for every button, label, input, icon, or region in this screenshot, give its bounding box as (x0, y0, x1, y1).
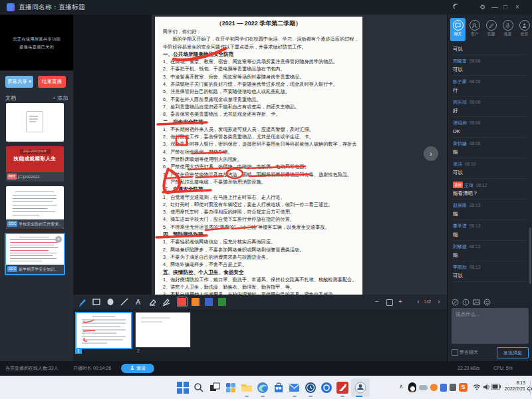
qq-penguin-icon[interactable] (408, 382, 416, 392)
document-title: （2021 — 2022 学年第二学期） (155, 19, 362, 28)
wifi-icon[interactable] (473, 384, 481, 390)
line-tool[interactable] (120, 297, 129, 307)
send-message-button[interactable]: 发送消息 (497, 347, 529, 358)
prev-page-button[interactable]: ‹ (414, 295, 423, 309)
notification-bell-icon[interactable] (527, 384, 532, 392)
start-button-icon[interactable] (176, 380, 190, 395)
add-document-button[interactable]: + 添加 (53, 94, 68, 102)
zoom-out-button[interactable]: − (372, 295, 382, 309)
zoom-in-button[interactable]: + (396, 295, 405, 309)
cloud-icon[interactable] (419, 385, 428, 390)
text-tool[interactable]: A (134, 297, 143, 307)
chat-message: 赵辰雨08:13 能 (452, 200, 526, 220)
image-icon[interactable] (473, 299, 480, 306)
page-thumbnail-2[interactable] (135, 312, 191, 348)
windows-taskbar: ∧ S 8:13 2022/2/21 (0, 376, 532, 399)
document-thumbnail-blank[interactable] (6, 103, 64, 142)
pen-tool[interactable] (78, 297, 87, 307)
search-icon[interactable] (192, 380, 206, 395)
emoji-icon[interactable] (483, 299, 491, 306)
title-bar: 直播间名称：直播标题 ⚙ — □ × (0, 0, 532, 15)
fit-page-button[interactable] (386, 299, 393, 306)
widgets-icon[interactable] (223, 380, 238, 395)
document-line: 五、疫情防控、个人卫生、食品安全 (163, 269, 357, 276)
color-swatch-orange[interactable] (192, 298, 200, 306)
sogou-input-icon[interactable]: S (459, 383, 467, 392)
cast-icon[interactable] (451, 0, 462, 15)
invite-button[interactable]: 邀请 (121, 364, 154, 373)
clear-annotations-tool[interactable] (162, 297, 171, 307)
document-line: 新的学期又开始了，在开学初同学们在校园中生活、学习、活动都有个逐步适应的过程，在… (163, 35, 357, 43)
page-thumbnail-1[interactable] (75, 312, 132, 349)
color-swatch-blue[interactable] (205, 298, 213, 306)
chat-input[interactable]: 说点什么… (452, 308, 529, 344)
color-swatch-red[interactable] (178, 298, 186, 306)
taskbar-clock[interactable]: 8:13 2022/2/21 (499, 380, 525, 392)
document-page[interactable]: （2021 — 2022 学年第二学期） 同学们，你们好： 新的学期又开始了，在… (155, 17, 362, 295)
document-line: 一、公共场所随身物品安全防范 (163, 51, 357, 58)
tab-quiz[interactable]: 答题 (483, 18, 499, 41)
message-text: 能 (453, 251, 525, 259)
live-app-icon[interactable] (353, 380, 368, 395)
document-thumbnail-ppt[interactable]: 2021-2022学年度 技能成就精彩人生 PPT[二]2022022.. (6, 146, 64, 182)
screen-share-button[interactable]: 屏幕共享 ▾ (5, 76, 33, 88)
tab-raise-hand[interactable]: 抢答 (517, 18, 532, 41)
document-thumbnail-doc2-selected[interactable]: × DOC新学期开学安全知识.. (5, 233, 65, 275)
color-swatch-green[interactable] (218, 298, 226, 306)
settings-gear-icon[interactable]: ⚙ (477, 0, 488, 15)
expand-panel-button[interactable]: › (424, 146, 438, 161)
tab-mic-link[interactable]: 连麦 (500, 18, 515, 41)
page-number-2: 2 (135, 348, 142, 354)
mute-chat-checkbox[interactable] (452, 349, 458, 356)
live-teaching-app: 直播间名称：直播标题 ⚙ — □ × 您正在使用屏幕共享功能 摄像头直播已关闭 … (0, 0, 532, 399)
lecturer-badge: 讲师 (453, 182, 463, 188)
annotation-toolbar: A − + ‹ 1/2 › (73, 295, 447, 309)
person-icon (519, 20, 530, 31)
message-text: 能 (453, 231, 525, 238)
chat-message-list[interactable]: 可以 周晓雷08:08 可以 陈子豪08:08 行 周乐瑶08:08 好 (448, 44, 530, 295)
mute-hand-icon[interactable] (452, 299, 459, 306)
document-line: 四、预防网络诈骗 (163, 231, 357, 238)
edge-browser-icon[interactable] (255, 380, 270, 395)
document-line: 5、严禁卧床吸烟等使用明火的现象。 (163, 156, 357, 163)
message-time: 08:08 (469, 59, 480, 63)
ellipse-tool[interactable] (106, 297, 115, 307)
end-live-button[interactable]: 结束直播 (38, 76, 66, 88)
doc-filename: 新学期开学安全知识.. (19, 267, 57, 271)
chat-message: 可以 (452, 44, 526, 55)
next-page-button[interactable]: › (434, 295, 444, 309)
document-thumbnail-doc1[interactable]: DOC学校安全防控工作要求.. (6, 186, 64, 229)
document-line: 5、不得乘坐无营运资质的“黑面的”、“小三轮”等接客车辆，以免发生交通事故。 (163, 223, 357, 231)
eraser-tool[interactable] (148, 297, 157, 307)
task-view-icon[interactable] (207, 380, 222, 395)
mail-icon[interactable] (287, 380, 302, 395)
page-indicator: 1/2 (424, 295, 431, 309)
ppt-cover-chip: 2021-2022学年度 (20, 149, 51, 154)
chat-scrollbar[interactable] (529, 227, 531, 284)
screen-share-notice-line1: 您正在使用屏幕共享功能 (0, 37, 73, 43)
remove-document-icon[interactable]: × (55, 236, 62, 243)
maximize-button[interactable]: □ (500, 0, 511, 15)
close-button[interactable]: × (512, 0, 523, 15)
microsoft-store-icon[interactable] (271, 380, 286, 395)
document-line: 2、红灯亮时，即使对面没有车辆经过，要走人行横道线，做到一停二看三通过。 (163, 201, 357, 208)
blue-tray-icon[interactable] (440, 384, 447, 392)
whiteboard-canvas[interactable]: （2021 — 2022 学年第二学期） 同学们，你们好： 新的学期又开始了，在… (73, 15, 447, 295)
rectangle-tool[interactable] (92, 297, 101, 307)
blue-circle-app-icon[interactable] (319, 380, 334, 395)
ppt-filename: [二]2022022.. (18, 175, 42, 179)
gray-tray-icon[interactable] (450, 384, 456, 391)
file-explorer-icon[interactable] (239, 380, 254, 395)
orange-tray-icon[interactable] (430, 384, 438, 391)
show-desktop-divider[interactable] (530, 380, 531, 395)
chat-input-icons (452, 299, 494, 307)
tray-chevron-icon[interactable]: ∧ (399, 383, 404, 390)
tab-chat[interactable]: 聊天 (450, 18, 466, 41)
clock-app-icon[interactable] (303, 380, 318, 395)
document-icon (26, 111, 43, 132)
announcement-icon[interactable] (462, 299, 469, 306)
minimize-button[interactable]: — (489, 0, 500, 15)
volume-icon[interactable] (483, 383, 491, 391)
red-app-icon[interactable] (335, 380, 350, 395)
tab-users[interactable]: 用户 (467, 18, 482, 41)
